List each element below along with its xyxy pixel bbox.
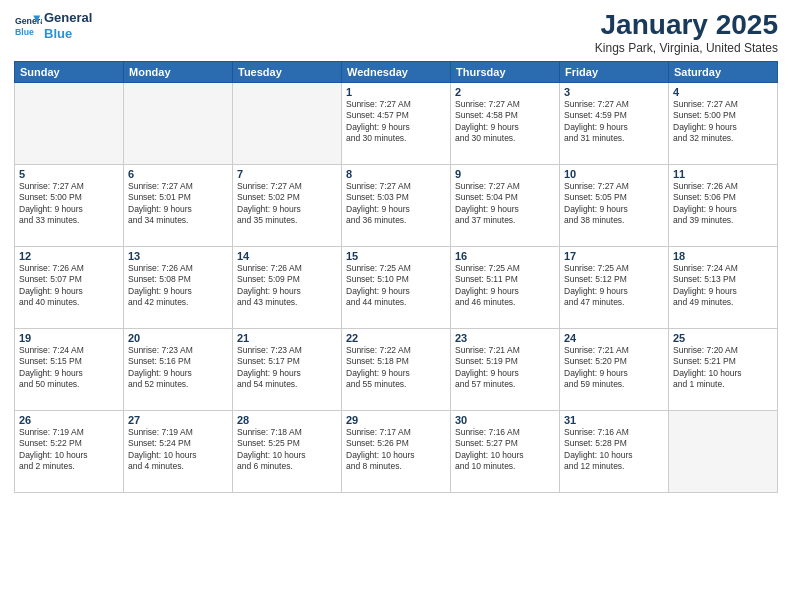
calendar-cell: 8Sunrise: 7:27 AM Sunset: 5:03 PM Daylig… xyxy=(342,164,451,246)
cell-info: Sunrise: 7:22 AM Sunset: 5:18 PM Dayligh… xyxy=(346,345,446,391)
cell-info: Sunrise: 7:27 AM Sunset: 5:00 PM Dayligh… xyxy=(673,99,773,145)
calendar-week-2: 5Sunrise: 7:27 AM Sunset: 5:00 PM Daylig… xyxy=(15,164,778,246)
logo: General Blue General Blue xyxy=(14,10,92,41)
cell-info: Sunrise: 7:26 AM Sunset: 5:09 PM Dayligh… xyxy=(237,263,337,309)
weekday-header-thursday: Thursday xyxy=(451,61,560,82)
cell-info: Sunrise: 7:27 AM Sunset: 4:58 PM Dayligh… xyxy=(455,99,555,145)
cell-info: Sunrise: 7:17 AM Sunset: 5:26 PM Dayligh… xyxy=(346,427,446,473)
calendar-cell: 28Sunrise: 7:18 AM Sunset: 5:25 PM Dayli… xyxy=(233,410,342,492)
calendar-cell: 30Sunrise: 7:16 AM Sunset: 5:27 PM Dayli… xyxy=(451,410,560,492)
location: Kings Park, Virginia, United States xyxy=(595,41,778,55)
day-number: 26 xyxy=(19,414,119,426)
day-number: 16 xyxy=(455,250,555,262)
calendar-cell: 7Sunrise: 7:27 AM Sunset: 5:02 PM Daylig… xyxy=(233,164,342,246)
calendar-cell: 9Sunrise: 7:27 AM Sunset: 5:04 PM Daylig… xyxy=(451,164,560,246)
calendar-week-3: 12Sunrise: 7:26 AM Sunset: 5:07 PM Dayli… xyxy=(15,246,778,328)
cell-info: Sunrise: 7:16 AM Sunset: 5:27 PM Dayligh… xyxy=(455,427,555,473)
day-number: 5 xyxy=(19,168,119,180)
cell-info: Sunrise: 7:27 AM Sunset: 5:02 PM Dayligh… xyxy=(237,181,337,227)
weekday-header-monday: Monday xyxy=(124,61,233,82)
day-number: 27 xyxy=(128,414,228,426)
calendar-cell: 21Sunrise: 7:23 AM Sunset: 5:17 PM Dayli… xyxy=(233,328,342,410)
logo-icon: General Blue xyxy=(14,12,42,40)
calendar-cell: 29Sunrise: 7:17 AM Sunset: 5:26 PM Dayli… xyxy=(342,410,451,492)
cell-info: Sunrise: 7:23 AM Sunset: 5:17 PM Dayligh… xyxy=(237,345,337,391)
calendar-cell: 6Sunrise: 7:27 AM Sunset: 5:01 PM Daylig… xyxy=(124,164,233,246)
cell-info: Sunrise: 7:23 AM Sunset: 5:16 PM Dayligh… xyxy=(128,345,228,391)
day-number: 31 xyxy=(564,414,664,426)
cell-info: Sunrise: 7:25 AM Sunset: 5:11 PM Dayligh… xyxy=(455,263,555,309)
weekday-header-wednesday: Wednesday xyxy=(342,61,451,82)
calendar-cell: 11Sunrise: 7:26 AM Sunset: 5:06 PM Dayli… xyxy=(669,164,778,246)
cell-info: Sunrise: 7:27 AM Sunset: 5:00 PM Dayligh… xyxy=(19,181,119,227)
calendar-cell: 1Sunrise: 7:27 AM Sunset: 4:57 PM Daylig… xyxy=(342,82,451,164)
calendar-cell: 5Sunrise: 7:27 AM Sunset: 5:00 PM Daylig… xyxy=(15,164,124,246)
cell-info: Sunrise: 7:21 AM Sunset: 5:19 PM Dayligh… xyxy=(455,345,555,391)
weekday-header-row: SundayMondayTuesdayWednesdayThursdayFrid… xyxy=(15,61,778,82)
cell-info: Sunrise: 7:26 AM Sunset: 5:06 PM Dayligh… xyxy=(673,181,773,227)
calendar-cell: 26Sunrise: 7:19 AM Sunset: 5:22 PM Dayli… xyxy=(15,410,124,492)
day-number: 25 xyxy=(673,332,773,344)
day-number: 11 xyxy=(673,168,773,180)
month-title: January 2025 xyxy=(595,10,778,41)
weekday-header-sunday: Sunday xyxy=(15,61,124,82)
calendar-cell: 23Sunrise: 7:21 AM Sunset: 5:19 PM Dayli… xyxy=(451,328,560,410)
day-number: 4 xyxy=(673,86,773,98)
day-number: 10 xyxy=(564,168,664,180)
day-number: 21 xyxy=(237,332,337,344)
calendar-cell: 20Sunrise: 7:23 AM Sunset: 5:16 PM Dayli… xyxy=(124,328,233,410)
day-number: 23 xyxy=(455,332,555,344)
calendar-cell xyxy=(669,410,778,492)
day-number: 13 xyxy=(128,250,228,262)
calendar-cell: 25Sunrise: 7:20 AM Sunset: 5:21 PM Dayli… xyxy=(669,328,778,410)
calendar-cell: 14Sunrise: 7:26 AM Sunset: 5:09 PM Dayli… xyxy=(233,246,342,328)
calendar-cell: 27Sunrise: 7:19 AM Sunset: 5:24 PM Dayli… xyxy=(124,410,233,492)
calendar-cell: 24Sunrise: 7:21 AM Sunset: 5:20 PM Dayli… xyxy=(560,328,669,410)
calendar-cell: 15Sunrise: 7:25 AM Sunset: 5:10 PM Dayli… xyxy=(342,246,451,328)
calendar-cell: 13Sunrise: 7:26 AM Sunset: 5:08 PM Dayli… xyxy=(124,246,233,328)
day-number: 20 xyxy=(128,332,228,344)
calendar-cell: 22Sunrise: 7:22 AM Sunset: 5:18 PM Dayli… xyxy=(342,328,451,410)
cell-info: Sunrise: 7:27 AM Sunset: 5:01 PM Dayligh… xyxy=(128,181,228,227)
weekday-header-friday: Friday xyxy=(560,61,669,82)
calendar-cell: 31Sunrise: 7:16 AM Sunset: 5:28 PM Dayli… xyxy=(560,410,669,492)
title-block: January 2025 Kings Park, Virginia, Unite… xyxy=(595,10,778,55)
cell-info: Sunrise: 7:27 AM Sunset: 4:59 PM Dayligh… xyxy=(564,99,664,145)
cell-info: Sunrise: 7:20 AM Sunset: 5:21 PM Dayligh… xyxy=(673,345,773,391)
logo-text-blue: Blue xyxy=(44,26,92,42)
calendar-cell: 18Sunrise: 7:24 AM Sunset: 5:13 PM Dayli… xyxy=(669,246,778,328)
day-number: 1 xyxy=(346,86,446,98)
calendar-cell: 12Sunrise: 7:26 AM Sunset: 5:07 PM Dayli… xyxy=(15,246,124,328)
cell-info: Sunrise: 7:24 AM Sunset: 5:13 PM Dayligh… xyxy=(673,263,773,309)
day-number: 9 xyxy=(455,168,555,180)
cell-info: Sunrise: 7:21 AM Sunset: 5:20 PM Dayligh… xyxy=(564,345,664,391)
day-number: 24 xyxy=(564,332,664,344)
cell-info: Sunrise: 7:27 AM Sunset: 5:04 PM Dayligh… xyxy=(455,181,555,227)
day-number: 19 xyxy=(19,332,119,344)
cell-info: Sunrise: 7:25 AM Sunset: 5:12 PM Dayligh… xyxy=(564,263,664,309)
day-number: 18 xyxy=(673,250,773,262)
cell-info: Sunrise: 7:16 AM Sunset: 5:28 PM Dayligh… xyxy=(564,427,664,473)
cell-info: Sunrise: 7:18 AM Sunset: 5:25 PM Dayligh… xyxy=(237,427,337,473)
calendar-table: SundayMondayTuesdayWednesdayThursdayFrid… xyxy=(14,61,778,493)
cell-info: Sunrise: 7:27 AM Sunset: 4:57 PM Dayligh… xyxy=(346,99,446,145)
day-number: 6 xyxy=(128,168,228,180)
day-number: 30 xyxy=(455,414,555,426)
day-number: 14 xyxy=(237,250,337,262)
calendar-cell: 3Sunrise: 7:27 AM Sunset: 4:59 PM Daylig… xyxy=(560,82,669,164)
day-number: 29 xyxy=(346,414,446,426)
calendar-cell xyxy=(124,82,233,164)
weekday-header-saturday: Saturday xyxy=(669,61,778,82)
calendar-week-5: 26Sunrise: 7:19 AM Sunset: 5:22 PM Dayli… xyxy=(15,410,778,492)
cell-info: Sunrise: 7:19 AM Sunset: 5:22 PM Dayligh… xyxy=(19,427,119,473)
calendar-week-4: 19Sunrise: 7:24 AM Sunset: 5:15 PM Dayli… xyxy=(15,328,778,410)
page: General Blue General Blue January 2025 K… xyxy=(0,0,792,612)
day-number: 2 xyxy=(455,86,555,98)
day-number: 15 xyxy=(346,250,446,262)
day-number: 7 xyxy=(237,168,337,180)
calendar-cell: 4Sunrise: 7:27 AM Sunset: 5:00 PM Daylig… xyxy=(669,82,778,164)
day-number: 22 xyxy=(346,332,446,344)
calendar-cell: 17Sunrise: 7:25 AM Sunset: 5:12 PM Dayli… xyxy=(560,246,669,328)
cell-info: Sunrise: 7:27 AM Sunset: 5:05 PM Dayligh… xyxy=(564,181,664,227)
calendar-cell: 19Sunrise: 7:24 AM Sunset: 5:15 PM Dayli… xyxy=(15,328,124,410)
